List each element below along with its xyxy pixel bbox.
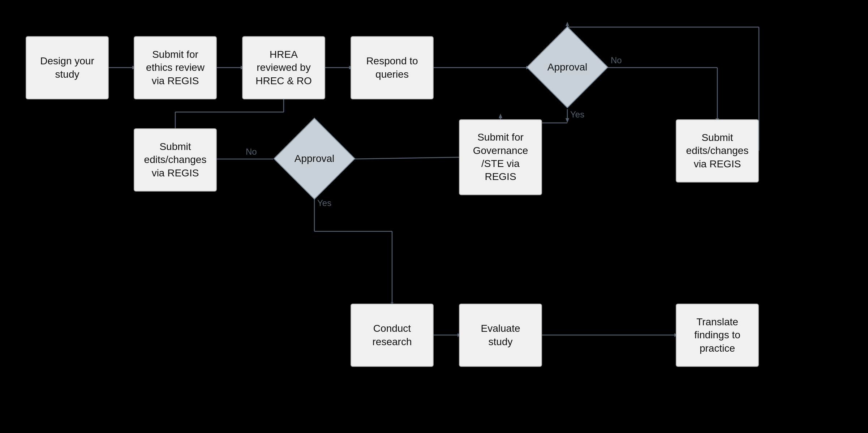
approval-1-diamond: Approval bbox=[530, 30, 604, 104]
svg-marker-13 bbox=[566, 118, 569, 123]
submit-edits-left-box: Submit edits/changes via REGIS bbox=[134, 128, 217, 192]
evaluate-study-box: Evaluate study bbox=[459, 304, 542, 367]
respond-queries-box: Respond to queries bbox=[351, 36, 434, 99]
submit-ethics-box: Submit for ethics review via REGIS bbox=[134, 36, 217, 99]
hrea-reviewed-box: HREA reviewed by HREC & RO bbox=[242, 36, 325, 99]
translate-findings-box: Translate findings to practice bbox=[676, 304, 759, 367]
design-study-box: Design your study bbox=[26, 36, 109, 99]
submit-edits-right-box: Submit edits/changes via REGIS bbox=[676, 119, 759, 183]
svg-text:No: No bbox=[246, 147, 257, 157]
arrows-layer: No Yes No bbox=[0, 0, 868, 433]
svg-marker-17 bbox=[499, 113, 502, 118]
approval-2-diamond: Approval bbox=[278, 122, 351, 196]
flowchart-container: No Yes No bbox=[0, 0, 868, 433]
svg-text:Yes: Yes bbox=[317, 198, 331, 208]
svg-text:No: No bbox=[611, 55, 622, 65]
conduct-research-box: Conduct research bbox=[351, 304, 434, 367]
svg-line-18 bbox=[351, 157, 459, 159]
svg-text:Yes: Yes bbox=[570, 110, 584, 119]
submit-governance-box: Submit for Governance /STE via REGIS bbox=[459, 119, 542, 195]
svg-marker-23 bbox=[566, 22, 569, 26]
